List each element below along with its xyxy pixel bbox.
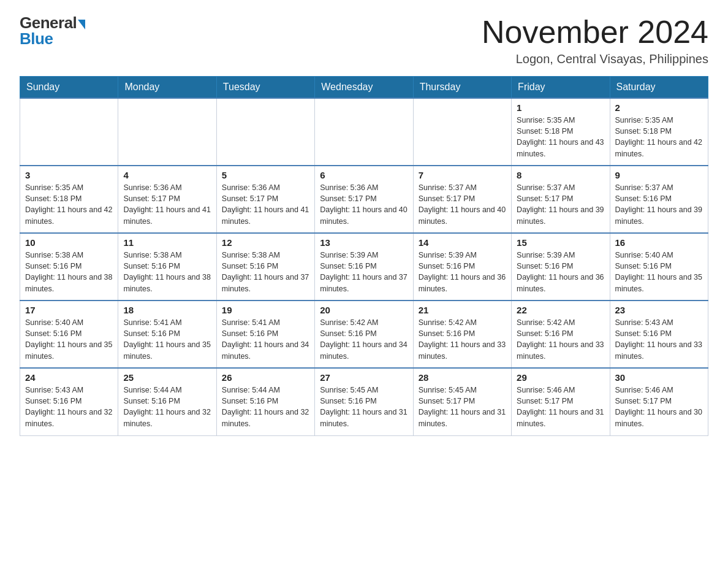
day-info: Sunrise: 5:39 AMSunset: 5:16 PMDaylight:… bbox=[320, 250, 408, 294]
day-info: Sunrise: 5:46 AMSunset: 5:17 PMDaylight:… bbox=[517, 385, 604, 429]
page-title: November 2024 bbox=[482, 15, 708, 50]
header-sunday: Sunday bbox=[20, 77, 118, 99]
day-number: 15 bbox=[517, 237, 604, 248]
day-info: Sunrise: 5:40 AMSunset: 5:16 PMDaylight:… bbox=[25, 317, 113, 362]
day-number: 18 bbox=[123, 305, 211, 315]
calendar-cell: 17Sunrise: 5:40 AMSunset: 5:16 PMDayligh… bbox=[20, 301, 118, 368]
logo-arrow-icon bbox=[78, 20, 85, 29]
day-number: 23 bbox=[615, 305, 703, 315]
day-info: Sunrise: 5:35 AMSunset: 5:18 PMDaylight:… bbox=[517, 115, 604, 159]
day-number: 10 bbox=[25, 237, 113, 248]
calendar-cell: 3Sunrise: 5:35 AMSunset: 5:18 PMDaylight… bbox=[20, 166, 118, 233]
day-number: 12 bbox=[222, 237, 309, 248]
calendar-header-row: Sunday Monday Tuesday Wednesday Thursday… bbox=[20, 77, 708, 99]
day-number: 21 bbox=[419, 305, 506, 315]
day-number: 11 bbox=[123, 237, 211, 248]
day-number: 4 bbox=[123, 170, 211, 180]
day-info: Sunrise: 5:42 AMSunset: 5:16 PMDaylight:… bbox=[517, 317, 604, 362]
calendar-cell: 4Sunrise: 5:36 AMSunset: 5:17 PMDaylight… bbox=[118, 166, 216, 233]
day-number: 6 bbox=[320, 170, 408, 180]
calendar-cell bbox=[20, 98, 118, 166]
day-number: 28 bbox=[419, 372, 506, 383]
calendar-cell bbox=[216, 98, 314, 166]
day-info: Sunrise: 5:35 AMSunset: 5:18 PMDaylight:… bbox=[615, 115, 703, 159]
day-info: Sunrise: 5:38 AMSunset: 5:16 PMDaylight:… bbox=[222, 250, 309, 294]
header-tuesday: Tuesday bbox=[216, 77, 314, 99]
calendar-cell: 26Sunrise: 5:44 AMSunset: 5:16 PMDayligh… bbox=[216, 368, 314, 435]
day-number: 29 bbox=[517, 372, 604, 383]
week-row-5: 24Sunrise: 5:43 AMSunset: 5:16 PMDayligh… bbox=[20, 368, 708, 435]
day-info: Sunrise: 5:43 AMSunset: 5:16 PMDaylight:… bbox=[615, 317, 703, 362]
day-info: Sunrise: 5:44 AMSunset: 5:16 PMDaylight:… bbox=[123, 385, 211, 429]
calendar-cell: 23Sunrise: 5:43 AMSunset: 5:16 PMDayligh… bbox=[610, 301, 708, 368]
calendar-cell: 20Sunrise: 5:42 AMSunset: 5:16 PMDayligh… bbox=[315, 301, 413, 368]
calendar-cell: 2Sunrise: 5:35 AMSunset: 5:18 PMDaylight… bbox=[610, 98, 708, 166]
calendar-cell: 8Sunrise: 5:37 AMSunset: 5:17 PMDaylight… bbox=[512, 166, 610, 233]
calendar-table: Sunday Monday Tuesday Wednesday Thursday… bbox=[20, 76, 708, 436]
calendar-cell: 13Sunrise: 5:39 AMSunset: 5:16 PMDayligh… bbox=[315, 233, 413, 301]
calendar-cell: 15Sunrise: 5:39 AMSunset: 5:16 PMDayligh… bbox=[512, 233, 610, 301]
day-info: Sunrise: 5:37 AMSunset: 5:17 PMDaylight:… bbox=[419, 182, 506, 227]
week-row-4: 17Sunrise: 5:40 AMSunset: 5:16 PMDayligh… bbox=[20, 301, 708, 368]
page-header: General Blue November 2024 Logon, Centra… bbox=[20, 15, 708, 66]
calendar-cell: 27Sunrise: 5:45 AMSunset: 5:16 PMDayligh… bbox=[315, 368, 413, 435]
day-number: 13 bbox=[320, 237, 408, 248]
calendar-cell: 9Sunrise: 5:37 AMSunset: 5:16 PMDaylight… bbox=[610, 166, 708, 233]
day-info: Sunrise: 5:45 AMSunset: 5:17 PMDaylight:… bbox=[419, 385, 506, 429]
calendar-cell: 7Sunrise: 5:37 AMSunset: 5:17 PMDaylight… bbox=[413, 166, 511, 233]
day-info: Sunrise: 5:42 AMSunset: 5:16 PMDaylight:… bbox=[320, 317, 408, 362]
calendar-cell: 25Sunrise: 5:44 AMSunset: 5:16 PMDayligh… bbox=[118, 368, 216, 435]
header-monday: Monday bbox=[118, 77, 216, 99]
logo-general-text: General bbox=[20, 15, 77, 31]
logo: General Blue bbox=[20, 15, 85, 47]
day-number: 3 bbox=[25, 170, 113, 180]
day-info: Sunrise: 5:46 AMSunset: 5:17 PMDaylight:… bbox=[615, 385, 703, 429]
day-number: 20 bbox=[320, 305, 408, 315]
day-info: Sunrise: 5:41 AMSunset: 5:16 PMDaylight:… bbox=[123, 317, 211, 362]
week-row-2: 3Sunrise: 5:35 AMSunset: 5:18 PMDaylight… bbox=[20, 166, 708, 233]
day-number: 17 bbox=[25, 305, 113, 315]
calendar-cell: 30Sunrise: 5:46 AMSunset: 5:17 PMDayligh… bbox=[610, 368, 708, 435]
calendar-cell: 21Sunrise: 5:42 AMSunset: 5:16 PMDayligh… bbox=[413, 301, 511, 368]
day-number: 5 bbox=[222, 170, 309, 180]
calendar-cell: 24Sunrise: 5:43 AMSunset: 5:16 PMDayligh… bbox=[20, 368, 118, 435]
calendar-cell: 22Sunrise: 5:42 AMSunset: 5:16 PMDayligh… bbox=[512, 301, 610, 368]
header-friday: Friday bbox=[512, 77, 610, 99]
calendar-cell bbox=[413, 98, 511, 166]
day-info: Sunrise: 5:40 AMSunset: 5:16 PMDaylight:… bbox=[615, 250, 703, 294]
day-number: 22 bbox=[517, 305, 604, 315]
day-info: Sunrise: 5:36 AMSunset: 5:17 PMDaylight:… bbox=[222, 182, 309, 227]
calendar-cell: 28Sunrise: 5:45 AMSunset: 5:17 PMDayligh… bbox=[413, 368, 511, 435]
day-info: Sunrise: 5:41 AMSunset: 5:16 PMDaylight:… bbox=[222, 317, 309, 362]
calendar-cell: 11Sunrise: 5:38 AMSunset: 5:16 PMDayligh… bbox=[118, 233, 216, 301]
title-section: November 2024 Logon, Central Visayas, Ph… bbox=[482, 15, 708, 66]
day-info: Sunrise: 5:45 AMSunset: 5:16 PMDaylight:… bbox=[320, 385, 408, 429]
day-info: Sunrise: 5:36 AMSunset: 5:17 PMDaylight:… bbox=[123, 182, 211, 227]
day-number: 8 bbox=[517, 170, 604, 180]
day-number: 27 bbox=[320, 372, 408, 383]
day-number: 2 bbox=[615, 102, 703, 113]
day-number: 16 bbox=[615, 237, 703, 248]
calendar-cell: 5Sunrise: 5:36 AMSunset: 5:17 PMDaylight… bbox=[216, 166, 314, 233]
day-number: 25 bbox=[123, 372, 211, 383]
calendar-cell: 12Sunrise: 5:38 AMSunset: 5:16 PMDayligh… bbox=[216, 233, 314, 301]
day-number: 9 bbox=[615, 170, 703, 180]
calendar-cell: 6Sunrise: 5:36 AMSunset: 5:17 PMDaylight… bbox=[315, 166, 413, 233]
week-row-3: 10Sunrise: 5:38 AMSunset: 5:16 PMDayligh… bbox=[20, 233, 708, 301]
day-info: Sunrise: 5:37 AMSunset: 5:16 PMDaylight:… bbox=[615, 182, 703, 227]
day-info: Sunrise: 5:39 AMSunset: 5:16 PMDaylight:… bbox=[419, 250, 506, 294]
day-number: 30 bbox=[615, 372, 703, 383]
calendar-cell: 18Sunrise: 5:41 AMSunset: 5:16 PMDayligh… bbox=[118, 301, 216, 368]
calendar-cell bbox=[315, 98, 413, 166]
week-row-1: 1Sunrise: 5:35 AMSunset: 5:18 PMDaylight… bbox=[20, 98, 708, 166]
calendar-cell: 29Sunrise: 5:46 AMSunset: 5:17 PMDayligh… bbox=[512, 368, 610, 435]
day-info: Sunrise: 5:35 AMSunset: 5:18 PMDaylight:… bbox=[25, 182, 113, 227]
header-saturday: Saturday bbox=[610, 77, 708, 99]
calendar-cell: 10Sunrise: 5:38 AMSunset: 5:16 PMDayligh… bbox=[20, 233, 118, 301]
day-info: Sunrise: 5:38 AMSunset: 5:16 PMDaylight:… bbox=[25, 250, 113, 294]
calendar-cell: 1Sunrise: 5:35 AMSunset: 5:18 PMDaylight… bbox=[512, 98, 610, 166]
calendar-cell: 19Sunrise: 5:41 AMSunset: 5:16 PMDayligh… bbox=[216, 301, 314, 368]
day-info: Sunrise: 5:36 AMSunset: 5:17 PMDaylight:… bbox=[320, 182, 408, 227]
logo-blue-text: Blue bbox=[20, 31, 53, 47]
header-wednesday: Wednesday bbox=[315, 77, 413, 99]
